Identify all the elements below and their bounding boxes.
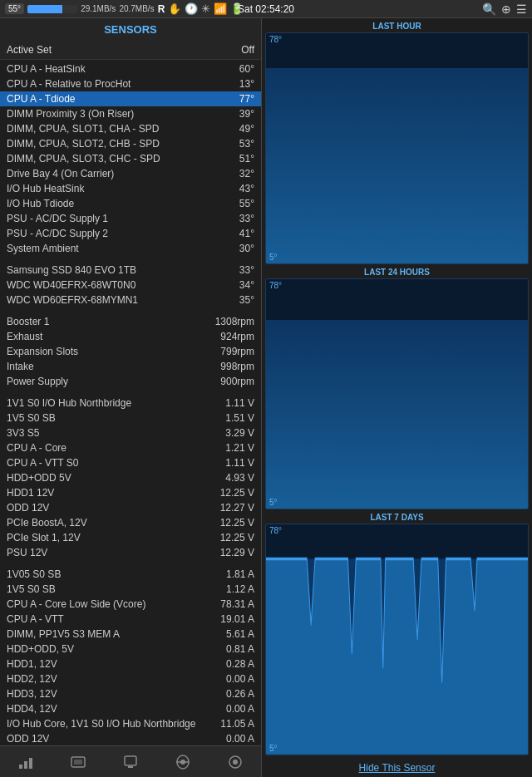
sensor-label: HDD3, 12V [7, 688, 196, 700]
sensor-item[interactable]: HDD4, 12V0.00 A [0, 701, 261, 716]
last-7d-bottom-label: 5° [269, 744, 278, 753]
sensor-label: 1V5 S0 SB [7, 583, 196, 595]
sensor-item[interactable]: Exhaust924rpm [0, 329, 261, 344]
sensor-item[interactable]: WDC WD60EFRX-68MYMN135° [0, 293, 261, 307]
sensor-item[interactable]: 3V3 S53.29 V [0, 425, 261, 440]
sensor-item[interactable]: PSU - AC/DC Supply 133° [0, 211, 261, 226]
sensor-label: I/O Hub HeatSink [7, 183, 196, 194]
toolbar-btn-5[interactable] [220, 750, 250, 774]
sensor-item[interactable]: Samsung SSD 840 EVO 1TB33° [0, 263, 261, 278]
sensor-item[interactable]: PCIe Slot 1, 12V12.25 V [0, 530, 261, 545]
sensor-item[interactable]: CPU A - Core1.21 V [0, 440, 261, 455]
sensor-item[interactable]: HDD3, 12V0.26 A [0, 686, 261, 701]
last-7d-area: 78° 5° [265, 524, 529, 755]
sensor-value: 900rpm [196, 376, 254, 387]
sensor-item[interactable]: PSU - AC/DC Supply 241° [0, 226, 261, 241]
sensor-item[interactable]: DIMM Proximity 3 (On Riser)39° [0, 106, 261, 121]
hand-icon: ✋ [168, 2, 181, 15]
sensor-item[interactable]: PCIe BoostA, 12V12.25 V [0, 515, 261, 530]
sensor-value: 1.11 V [196, 397, 254, 409]
main-content: SENSORS Active Set Off CPU A - HeatSink6… [0, 18, 532, 777]
sensor-item[interactable]: DIMM, PP1V5 S3 MEM A5.61 A [0, 627, 261, 642]
sensor-value: 1.81 A [196, 568, 254, 580]
menubar-time: Sat 02:54:20 [238, 3, 294, 15]
sensor-item[interactable]: HDD1 12V12.25 V [0, 485, 261, 500]
toolbar-btn-3[interactable] [116, 750, 145, 774]
toolbar-btn-2[interactable] [63, 750, 93, 774]
sensor-item[interactable]: DIMM, CPUA, SLOT2, CHB - SPD53° [0, 136, 261, 151]
sensor-label: PCIe Slot 1, 12V [7, 532, 196, 543]
chart-last-hour: LAST HOUR 78° 5° [265, 20, 529, 264]
sensor-item[interactable]: 1V1 S0 I/O Hub Northbridge1.11 V [0, 396, 261, 411]
sensor-item[interactable]: ODD 12V12.27 V [0, 500, 261, 515]
sensor-item[interactable]: I/O Hub HeatSink43° [0, 181, 261, 196]
wifi-icon: 📶 [214, 2, 227, 15]
sensor-value: 39° [196, 108, 254, 120]
sensor-item[interactable]: HDD+ODD, 5V0.81 A [0, 642, 261, 657]
control-icon[interactable]: ⊕ [501, 2, 511, 16]
sensor-label: I/O Hub Core, 1V1 S0 I/O Hub Northbridge [7, 718, 196, 730]
last-hour-top-label: 78° [269, 35, 282, 44]
sensor-item[interactable]: Intake998rpm [0, 359, 261, 374]
sensor-item[interactable]: DIMM, CPUA, SLOT3, CHC - SPD51° [0, 151, 261, 166]
hide-sensor-button[interactable]: Hide This Sensor [262, 759, 532, 777]
sensor-item[interactable]: CPU A - Tdiode77° [0, 91, 261, 106]
sensor-item[interactable]: DIMM, CPUA, SLOT1, CHA - SPD49° [0, 121, 261, 136]
sensor-item[interactable]: 1V5 S0 SB1.51 V [0, 411, 261, 425]
sensor-list[interactable]: CPU A - HeatSink60°CPU A - Relative to P… [0, 60, 261, 745]
active-set-label: Active Set [7, 44, 52, 56]
sensor-label: DIMM, CPUA, SLOT1, CHA - SPD [7, 123, 196, 135]
sensor-item[interactable]: Expansion Slots799rpm [0, 344, 261, 359]
active-set-row[interactable]: Active Set Off [0, 41, 261, 60]
sensor-value: 5.61 A [196, 628, 254, 640]
sensor-item[interactable]: CPU A - HeatSink60° [0, 61, 261, 76]
menu-icon[interactable]: ☰ [516, 2, 527, 16]
sensor-label: 1V05 S0 SB [7, 568, 196, 580]
sensor-item[interactable]: CPU A - Relative to ProcHot13° [0, 76, 261, 91]
sensor-item[interactable]: Drive Bay 4 (On Carrier)32° [0, 166, 261, 181]
sensor-item[interactable]: 1V05 S0 SB1.81 A [0, 567, 261, 582]
net-down: 20.7MB/s [119, 4, 154, 13]
sensor-value: 41° [196, 228, 254, 239]
sensor-item[interactable]: 1V5 S0 SB1.12 A [0, 582, 261, 597]
sensor-label: CPU A - Core [7, 442, 196, 454]
sensor-label: CPU A - Relative to ProcHot [7, 78, 196, 90]
search-icon[interactable]: 🔍 [482, 2, 496, 16]
sensor-item[interactable]: CPU A - VTT S01.11 V [0, 455, 261, 470]
sensor-item[interactable]: HDD2, 12V0.00 A [0, 671, 261, 686]
sensor-value: 33° [196, 213, 254, 224]
sensor-value: 0.26 A [196, 688, 254, 700]
chart-last-7d: LAST 7 DAYS 78° 5° [265, 511, 529, 755]
sensor-item[interactable]: Booster 11308rpm [0, 314, 261, 329]
sensor-item[interactable]: I/O Hub Core, 1V1 S0 I/O Hub Northbridge… [0, 716, 261, 731]
sensor-value: 11.05 A [196, 718, 254, 730]
sensor-value: 12.25 V [196, 517, 254, 529]
svg-rect-2 [29, 758, 32, 769]
sensor-item[interactable]: HDD+ODD 5V4.93 V [0, 470, 261, 485]
sensor-item[interactable]: CPU A - Core Low Side (Vcore)78.31 A [0, 597, 261, 612]
sensor-label: DIMM, CPUA, SLOT3, CHC - SPD [7, 153, 196, 165]
sensor-item[interactable]: HDD1, 12V0.28 A [0, 657, 261, 671]
sensor-label: CPU A - VTT [7, 613, 196, 625]
toolbar-btn-1[interactable] [11, 750, 41, 774]
sensor-value: 55° [196, 198, 254, 209]
sensor-value: 32° [196, 168, 254, 179]
sensor-label: CPU A - Core Low Side (Vcore) [7, 598, 196, 610]
sensor-value: 33° [196, 264, 254, 276]
toolbar-btn-4[interactable] [168, 750, 198, 774]
sensor-value: 1.51 V [196, 412, 254, 424]
sensor-item[interactable]: PSU 12V12.29 V [0, 545, 261, 560]
sensor-label: WDC WD40EFRX-68WT0N0 [7, 279, 196, 291]
sensor-item[interactable]: Power Supply900rpm [0, 374, 261, 389]
sensor-item[interactable]: ODD 12V0.00 A [0, 731, 261, 745]
svg-rect-5 [125, 756, 136, 765]
sensor-label: WDC WD60EFRX-68MYMN1 [7, 294, 196, 306]
menubar: 55° 29.1MB/s 20.7MB/s R ✋ 🕐 ✳ 📶 🔋 Sat 02… [0, 0, 532, 18]
sensor-item[interactable]: CPU A - VTT19.01 A [0, 612, 261, 627]
sensor-label: DIMM Proximity 3 (On Riser) [7, 108, 196, 120]
sensor-value: 77° [196, 93, 254, 105]
sensor-value: 0.00 A [196, 673, 254, 685]
sensor-item[interactable]: I/O Hub Tdiode55° [0, 196, 261, 211]
sensor-item[interactable]: WDC WD40EFRX-68WT0N034° [0, 278, 261, 293]
sensor-item[interactable]: System Ambient30° [0, 241, 261, 256]
